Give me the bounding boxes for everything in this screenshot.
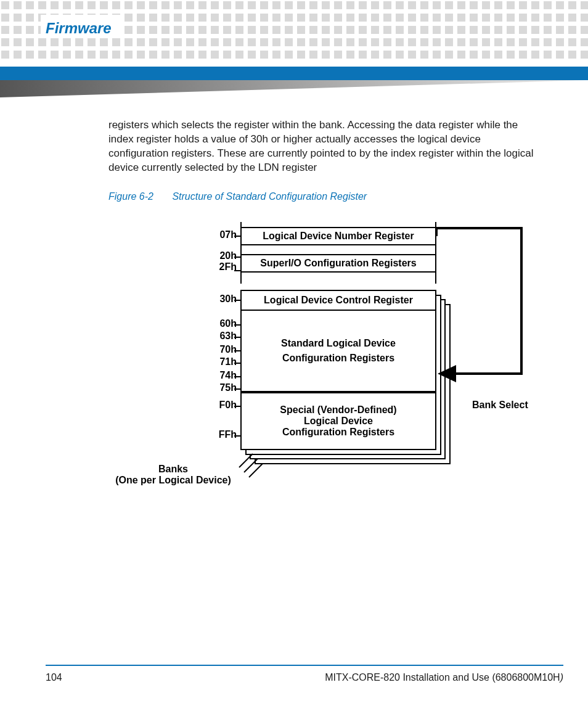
addr-74h: 74h <box>206 370 237 381</box>
register-diagram: Logical Device Number Register 07h Super… <box>108 221 552 492</box>
box-special-config: Special (Vendor-Defined) Logical Device … <box>240 392 436 450</box>
svg-rect-5 <box>0 49 588 62</box>
addr-63h: 63h <box>206 330 237 342</box>
box-superio-registers: SuperI/O Configuration Registers <box>240 254 436 273</box>
addr-FFh: FFh <box>206 429 237 440</box>
addr-71h: 71h <box>206 356 237 367</box>
box-ldn-register: Logical Device Number Register <box>240 227 436 245</box>
page-header-title: Firmware <box>46 20 116 37</box>
svg-marker-13 <box>438 365 456 382</box>
page-number: 104 <box>46 672 62 683</box>
box-standard-config: Standard Logical Device Configuration Re… <box>240 311 436 392</box>
label-banks: Banks (One per Logical Device) <box>108 464 238 485</box>
addr-30h: 30h <box>206 293 237 305</box>
body-paragraph: registers which selects the register wit… <box>108 118 540 175</box>
svg-rect-1 <box>0 0 588 12</box>
bank-select-arrow-icon <box>435 227 540 400</box>
addr-60h: 60h <box>206 318 237 329</box>
addr-F0h: F0h <box>206 400 237 411</box>
header-grey-wedge <box>0 80 588 97</box>
addr-70h: 70h <box>206 344 237 355</box>
footer-rule <box>46 665 563 666</box>
svg-rect-4 <box>0 37 588 49</box>
addr-20h: 20h <box>206 250 237 261</box>
addr-07h: 07h <box>206 229 237 240</box>
addr-2Fh: 2Fh <box>206 261 237 273</box>
box-control-register: Logical Device Control Register <box>240 290 436 311</box>
header-blue-bar <box>0 67 588 80</box>
figure-number: Figure 6-2 <box>108 191 153 202</box>
figure-title: Structure of Standard Configuration Regi… <box>172 191 367 202</box>
document-title-footer: MITX-CORE-820 Installation and Use (6806… <box>325 672 563 683</box>
addr-75h: 75h <box>206 382 237 393</box>
banks-brace-icon <box>237 451 274 482</box>
svg-marker-7 <box>0 80 588 97</box>
figure-caption: Figure 6-2 Structure of Standard Configu… <box>108 191 367 202</box>
label-bank-select: Bank Select <box>472 400 528 411</box>
